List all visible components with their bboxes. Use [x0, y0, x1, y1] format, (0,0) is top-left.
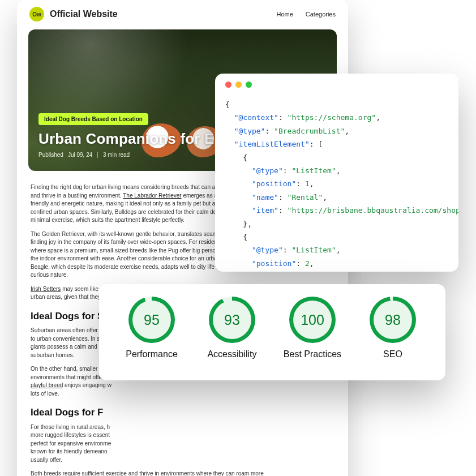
text: urban areas, given that they rec: [31, 294, 110, 300]
score-ring: 98: [370, 297, 416, 343]
text: more rugged lifestyles is essent: [31, 432, 110, 438]
json-string: "BreadcrumbList": [274, 127, 345, 135]
json-key: "name": [252, 193, 278, 201]
site-logo: Ow: [29, 7, 44, 22]
text: confined urban spaces. Similarly, Bulldo…: [31, 209, 228, 215]
score-ring: 100: [289, 297, 336, 343]
text: known for its friendly demeano: [31, 448, 108, 454]
text: suburban homes.: [31, 352, 74, 358]
score-value: 98: [385, 312, 401, 328]
score-label: SEO: [383, 349, 402, 360]
score-label: Performance: [126, 349, 178, 360]
text: Finding the right dog for urban living m…: [31, 184, 225, 190]
window-controls: [225, 82, 448, 88]
lighthouse-scores-card: 95 Performance 93 Accessibility 100 Best…: [99, 284, 445, 380]
text: For those living in rural areas, h: [31, 424, 110, 430]
text: lots of love.: [31, 391, 59, 397]
link-labrador[interactable]: The Labrador Retriever: [123, 192, 181, 199]
score-performance: 95 Performance: [112, 297, 191, 360]
json-string: "https://brisbane.bbqaustralia.com/shop": [288, 206, 458, 215]
text: minimal exercise, which suits the apartm…: [31, 217, 185, 223]
nav-links: Home Categories: [276, 11, 336, 18]
text: and thrive in a bustling environment.: [31, 192, 123, 199]
hero-published-prefix: Published: [38, 152, 63, 158]
json-key: "@type": [252, 246, 283, 254]
hero-published-date: Jul 09, 24: [68, 152, 92, 158]
json-string: "Rental": [288, 193, 323, 201]
score-seo: 98 SEO: [353, 297, 432, 360]
section-heading-rural: Ideal Dogs for F: [31, 406, 335, 420]
score-value: 95: [144, 312, 160, 328]
text: enjoys engaging w: [63, 382, 112, 388]
score-ring: 95: [128, 297, 175, 343]
link-playful-breed[interactable]: playful breed: [31, 382, 63, 388]
json-key: "item": [252, 206, 278, 215]
score-accessibility: 93 Accessibility: [192, 297, 272, 360]
nav-home[interactable]: Home: [276, 11, 293, 18]
text: Beagle, which despite its moderate exerc…: [31, 264, 229, 270]
site-header: Ow Official Website Home Categories: [17, 0, 348, 27]
meta-separator: |: [97, 152, 98, 158]
text: usually offer.: [31, 457, 62, 463]
text: Suburban areas often offer the l: [31, 327, 110, 333]
json-number: 1: [305, 179, 310, 188]
text: to urban conveniences. In such: [31, 336, 109, 342]
minimize-icon[interactable]: [235, 82, 242, 88]
score-label: Accessibility: [207, 349, 256, 360]
json-string: "https://schema.org": [288, 113, 376, 122]
json-string: "ListItem": [291, 246, 336, 254]
text: where space is a premium, small-sized br…: [31, 247, 229, 254]
json-key: "@type": [234, 127, 265, 135]
text: Both breeds require sufficient exercise …: [31, 470, 264, 476]
article-paragraph: Both breeds require sufficient exercise …: [31, 470, 335, 476]
json-key: "@context": [234, 113, 278, 122]
nav-categories[interactable]: Categories: [306, 11, 336, 18]
article-paragraph: For those living in rural areas, h more …: [31, 423, 335, 465]
hero-category-pill[interactable]: Ideal Dog Breeds Based on Location: [38, 113, 148, 125]
text: curious nature.: [31, 272, 68, 278]
text: environments that might offer l: [31, 374, 106, 380]
score-value: 100: [301, 312, 324, 328]
code-block: { "@context": "https://schema.org", "@ty…: [225, 98, 448, 272]
score-best-practices: 100 Best Practices: [273, 297, 352, 360]
link-irish-setters[interactable]: Irish Setters: [31, 286, 61, 292]
json-string: "ListItem": [291, 166, 336, 175]
text: the indoor environment with ease. Anothe…: [31, 255, 228, 261]
json-key: "position": [252, 179, 296, 188]
hero-title: Urban Companions for E: [38, 130, 215, 148]
json-key: "@type": [252, 166, 283, 175]
text: perfect for expansive environme: [31, 440, 111, 447]
hero-meta: Published Jul 09, 24 | 3 min read: [38, 152, 130, 158]
json-key: "itemListElement": [234, 140, 310, 148]
code-card: { "@context": "https://schema.org", "@ty…: [215, 74, 458, 272]
score-value: 93: [224, 312, 240, 328]
text: The Golden Retriever, with its well-know…: [31, 231, 228, 237]
site-title: Official Website: [50, 9, 118, 19]
json-number: 2: [305, 259, 310, 268]
score-ring: 93: [209, 297, 255, 343]
json-key: "position": [252, 259, 296, 268]
maximize-icon[interactable]: [246, 82, 252, 88]
close-icon[interactable]: [225, 82, 231, 88]
hero-read-time: 3 min read: [103, 152, 130, 158]
text: friendly and energetic nature, making it…: [31, 200, 227, 207]
score-label: Best Practices: [284, 349, 341, 360]
text: finding joy in the company of its family…: [31, 239, 228, 245]
